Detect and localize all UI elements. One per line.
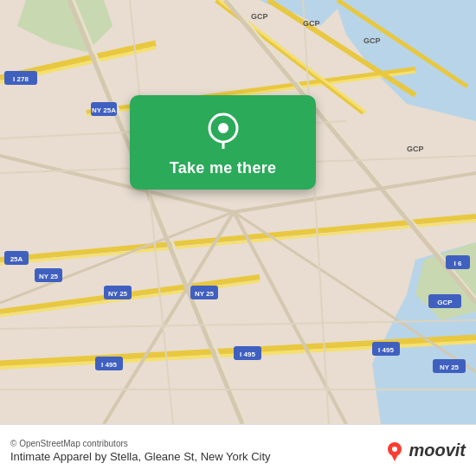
map-container: I 278 NY 25A GCP GCP GCP GCP 25A NY 25 N… [0, 0, 476, 424]
action-card[interactable]: Take me there [130, 95, 316, 190]
svg-text:25A: 25A [10, 255, 23, 263]
moovit-logo[interactable]: moovit [384, 441, 466, 461]
location-pin-icon [203, 111, 244, 152]
svg-text:I 278: I 278 [13, 75, 29, 83]
bottom-left-info: © OpenStreetMap contributors Intimate Ap… [10, 439, 271, 463]
svg-text:NY 25: NY 25 [440, 363, 460, 371]
moovit-brand-text: moovit [408, 441, 466, 460]
svg-text:NY 25: NY 25 [108, 290, 128, 298]
svg-marker-69 [391, 454, 398, 461]
svg-text:NY 25A: NY 25A [92, 106, 116, 114]
svg-text:I 6: I 6 [454, 260, 462, 267]
svg-point-68 [392, 447, 397, 452]
svg-text:NY 25: NY 25 [39, 273, 59, 280]
svg-text:GCP: GCP [407, 145, 424, 153]
svg-point-65 [218, 123, 228, 133]
map-background: I 278 NY 25A GCP GCP GCP GCP 25A NY 25 N… [0, 0, 476, 424]
svg-text:GCP: GCP [437, 299, 453, 306]
svg-text:GCP: GCP [303, 19, 320, 28]
location-name: Intimate Apparel by Stella, Gleane St, N… [10, 450, 271, 463]
svg-text:I 495: I 495 [240, 351, 255, 358]
svg-text:GCP: GCP [251, 12, 268, 21]
take-me-there-button[interactable]: Take me there [170, 159, 277, 177]
svg-text:I 495: I 495 [101, 361, 117, 369]
osm-credit: © OpenStreetMap contributors [10, 439, 271, 448]
svg-text:NY 25: NY 25 [195, 290, 215, 298]
bottom-bar: © OpenStreetMap contributors Intimate Ap… [0, 424, 476, 476]
moovit-pin-icon [384, 441, 405, 461]
svg-text:GCP: GCP [363, 36, 381, 45]
svg-text:I 495: I 495 [378, 346, 394, 354]
